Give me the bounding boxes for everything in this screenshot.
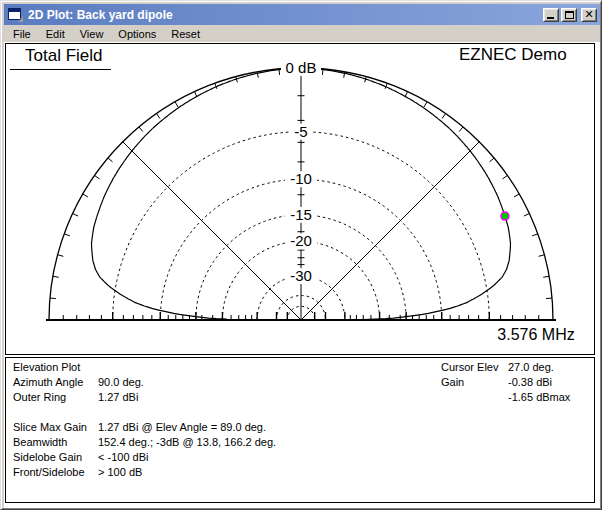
cursor-gain-label: Gain [441, 375, 508, 390]
titlebar[interactable]: 2D Plot: Back yard dipole ✕ [4, 4, 600, 25]
menu-view[interactable]: View [74, 27, 110, 41]
front-sidelobe-label: Front/Sidelobe [13, 465, 98, 480]
maximize-button[interactable] [561, 8, 577, 22]
slice-max-gain-value: 1.27 dBi @ Elev Angle = 89.0 deg. [98, 421, 266, 433]
plot-area[interactable] [5, 43, 595, 355]
menu-options[interactable]: Options [112, 27, 162, 41]
frequency-label: 3.576 MHz [481, 326, 591, 344]
menu-bar: File Edit View Options Reset [4, 25, 600, 42]
cursor-elev-label: Cursor Elev [441, 360, 508, 375]
info-panel-right: Cursor Elev27.0 deg. Gain-0.38 dBi -1.65… [441, 360, 570, 405]
brand-label: EZNEC Demo [459, 45, 567, 65]
window-title: 2D Plot: Back yard dipole [28, 8, 543, 22]
minimize-icon [547, 17, 554, 19]
cursor-gain-value: -0.38 dBi [508, 376, 552, 388]
azimuth-angle-label: Azimuth Angle [13, 375, 98, 390]
sidelobe-gain-value: < -100 dBi [98, 451, 148, 463]
plot-type-label: Total Field [10, 46, 111, 70]
menu-edit[interactable]: Edit [40, 27, 71, 41]
beamwidth-label: Beamwidth [13, 435, 98, 450]
close-icon: ✕ [582, 8, 596, 22]
slice-max-gain-label: Slice Max Gain [13, 420, 98, 435]
minimize-button[interactable] [543, 8, 559, 22]
outer-ring-label: Outer Ring [13, 390, 98, 405]
app-window: 2D Plot: Back yard dipole ✕ File Edit Vi… [0, 0, 602, 510]
info-panel-left: Elevation Plot Azimuth Angle90.0 deg. Ou… [13, 360, 276, 480]
sidelobe-gain-label: Sidelobe Gain [13, 450, 98, 465]
front-sidelobe-value: > 100 dB [98, 466, 142, 478]
beamwidth-value: 152.4 deg.; -3dB @ 13.8, 166.2 deg. [98, 436, 276, 448]
azimuth-angle-value: 90.0 deg. [98, 376, 144, 388]
maximize-icon [565, 11, 574, 19]
cursor-dbmax-value: -1.65 dBmax [508, 391, 570, 403]
plot-kind-label: Elevation Plot [13, 360, 98, 375]
close-button[interactable]: ✕ [581, 8, 597, 22]
cursor-elev-value: 27.0 deg. [508, 361, 554, 373]
outer-ring-value: 1.27 dBi [98, 391, 138, 403]
menu-file[interactable]: File [7, 27, 37, 41]
menu-reset[interactable]: Reset [165, 27, 206, 41]
app-icon [7, 8, 23, 22]
